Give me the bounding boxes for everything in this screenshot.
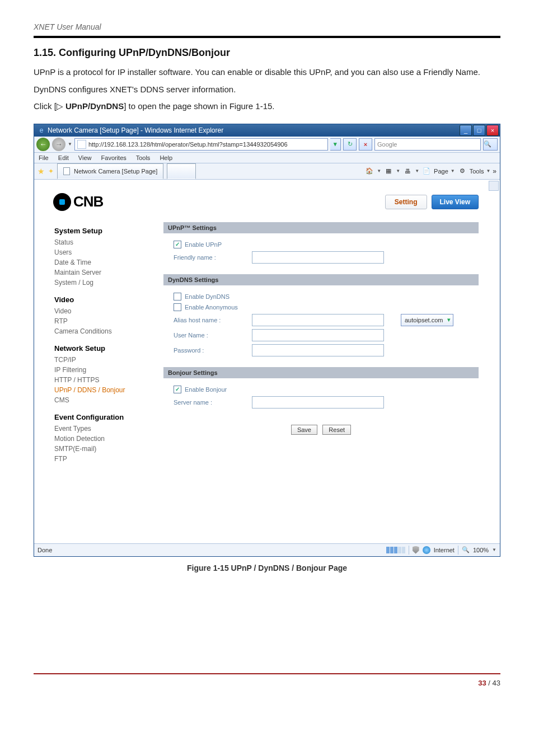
sidebar: System Setup Status Users Date & Time Ma… xyxy=(39,222,163,464)
zoom-icon[interactable]: 🔍 xyxy=(462,546,470,553)
zoom-level[interactable]: 100% xyxy=(473,547,489,553)
sidebar-item-status[interactable]: Status xyxy=(54,237,163,247)
section-title: 1.15. Configuring UPnP/DynDNS/Bonjour xyxy=(34,47,500,59)
menu-file[interactable]: File xyxy=(39,154,49,161)
page-icon xyxy=(77,140,86,149)
sidebar-group-video: Video xyxy=(54,295,163,304)
close-button[interactable]: × xyxy=(486,125,499,136)
zone-label: Internet xyxy=(434,547,455,553)
nav-history-dropdown[interactable]: ▼ xyxy=(68,142,72,147)
enable-anon-label: Enable Anonymous xyxy=(185,304,263,311)
enable-bonjour-label: Enable Bonjour xyxy=(185,386,263,393)
save-button[interactable]: Save xyxy=(291,425,317,435)
browser-tab[interactable]: Network Camera [Setup Page] xyxy=(57,163,163,179)
bonjour-header: Bonjour Settings xyxy=(163,367,479,378)
nav-bar: ← → ▼ http://192.168.123.128/html/operat… xyxy=(34,137,500,153)
sidebar-item-video[interactable]: Video xyxy=(54,306,163,316)
username-input[interactable] xyxy=(252,329,384,341)
status-text: Done xyxy=(38,547,52,553)
sidebar-item-datetime[interactable]: Date & Time xyxy=(54,257,163,267)
menu-help[interactable]: Help xyxy=(160,154,172,161)
sidebar-item-users[interactable]: Users xyxy=(54,247,163,257)
back-button[interactable]: ← xyxy=(36,138,50,151)
domain-select[interactable]: autoipset.com xyxy=(401,314,453,326)
feeds-icon[interactable]: ▦ xyxy=(383,166,394,176)
search-box[interactable]: Google xyxy=(374,138,481,151)
stop-button[interactable]: × xyxy=(359,138,372,151)
reset-button[interactable]: Reset xyxy=(322,425,351,435)
server-name-label: Server name : xyxy=(174,399,252,406)
dyndns-header: DynDNS Settings xyxy=(163,274,479,285)
sidebar-item-tcpip[interactable]: TCP/IP xyxy=(54,355,163,365)
tools-menu-icon: ⚙ xyxy=(457,166,467,176)
enable-dyndns-checkbox[interactable] xyxy=(174,293,181,300)
tab-label: Network Camera [Setup Page] xyxy=(74,168,157,175)
page-current: 33 xyxy=(478,679,486,687)
para-1: UPnP is a protocol for IP installer soft… xyxy=(34,64,500,81)
tab-page-icon xyxy=(63,167,71,175)
alias-label: Alias host name : xyxy=(174,317,252,323)
refresh-button[interactable]: ↻ xyxy=(343,138,357,151)
favorites-icon[interactable]: ★ xyxy=(38,167,45,176)
footer-rule xyxy=(34,673,500,674)
para3-link: UPnP/DynDNS xyxy=(65,101,124,111)
status-bar: Done Internet 🔍 100% ▼ xyxy=(34,543,500,556)
home-icon[interactable]: 🏠 xyxy=(364,166,374,176)
upnp-header: UPnP™ Settings xyxy=(163,222,479,233)
sidebar-item-ipfilter[interactable]: IP Filtering xyxy=(54,365,163,375)
para3-pre: Click [▷ xyxy=(34,101,65,111)
print-icon[interactable]: 🖶 xyxy=(402,166,413,176)
sidebar-item-http[interactable]: HTTP / HTTPS xyxy=(54,375,163,385)
username-label: User Name : xyxy=(174,332,252,339)
sidebar-item-systemlog[interactable]: System / Log xyxy=(54,278,163,288)
sidebar-item-cms[interactable]: CMS xyxy=(54,395,163,405)
address-dropdown[interactable]: ▾ xyxy=(330,138,341,151)
ie-titlebar: e Network Camera [Setup Page] - Windows … xyxy=(34,124,500,137)
setting-button[interactable]: Setting xyxy=(385,195,427,209)
sidebar-item-ftp[interactable]: FTP xyxy=(54,454,163,464)
menu-tools[interactable]: Tools xyxy=(136,154,151,161)
new-tab-button[interactable] xyxy=(167,163,196,179)
toolbar-overflow[interactable]: » xyxy=(493,167,496,175)
menu-view[interactable]: View xyxy=(78,154,92,161)
friendly-name-input[interactable] xyxy=(252,251,384,264)
sidebar-item-rtp[interactable]: RTP xyxy=(54,316,163,326)
sidebar-item-upnp[interactable]: UPnP / DDNS / Bonjour xyxy=(54,385,163,395)
url-text: http://192.168.123.128/html/operator/Set… xyxy=(88,141,288,148)
live-view-button[interactable]: Live View xyxy=(432,195,479,209)
sidebar-group-network: Network Setup xyxy=(54,344,163,353)
search-button[interactable]: 🔍 xyxy=(483,138,498,151)
progress-indicator xyxy=(386,547,405,553)
server-name-input[interactable] xyxy=(252,396,384,408)
para3-post: ] to open the page shown in Figure 1-15. xyxy=(124,101,274,111)
sidebar-item-camera[interactable]: Camera Conditions xyxy=(54,326,163,336)
maximize-button[interactable]: □ xyxy=(473,125,485,136)
sidebar-item-motion[interactable]: Motion Detection xyxy=(54,434,163,444)
menu-favorites[interactable]: Favorites xyxy=(101,154,127,161)
sidebar-item-smtp[interactable]: SMTP(E-mail) xyxy=(54,444,163,454)
enable-upnp-checkbox[interactable]: ✓ xyxy=(174,241,181,248)
alias-input[interactable] xyxy=(252,314,384,326)
minimize-button[interactable]: _ xyxy=(460,125,472,136)
sidebar-item-eventtypes[interactable]: Event Types xyxy=(54,424,163,434)
enable-bonjour-checkbox[interactable]: ✓ xyxy=(174,386,181,393)
page-content: CNB Setting Live View System Setup Statu… xyxy=(34,180,500,543)
zoom-dropdown[interactable]: ▼ xyxy=(492,547,496,552)
scroll-up-button[interactable] xyxy=(489,181,499,191)
logo-text: CNB xyxy=(73,193,103,210)
page-total: / 43 xyxy=(486,679,500,687)
page-number: 33 / 43 xyxy=(34,679,500,687)
sidebar-item-maintain[interactable]: Maintain Server xyxy=(54,267,163,278)
window-title: Network Camera [Setup Page] - Windows In… xyxy=(48,126,223,134)
address-bar[interactable]: http://192.168.123.128/html/operator/Set… xyxy=(74,138,328,151)
figure-caption: Figure 1-15 UPnP / DynDNS / Bonjour Page xyxy=(34,564,500,572)
page-menu[interactable]: Page xyxy=(434,168,448,175)
enable-anon-checkbox[interactable] xyxy=(174,303,181,311)
forward-button[interactable]: → xyxy=(52,138,65,151)
sidebar-group-system: System Setup xyxy=(54,227,163,235)
internet-zone-icon xyxy=(423,546,430,554)
add-favorite-icon[interactable]: ✦ xyxy=(48,167,54,175)
menu-edit[interactable]: Edit xyxy=(58,154,69,161)
password-input[interactable] xyxy=(252,344,384,356)
tools-menu[interactable]: Tools xyxy=(470,168,484,175)
